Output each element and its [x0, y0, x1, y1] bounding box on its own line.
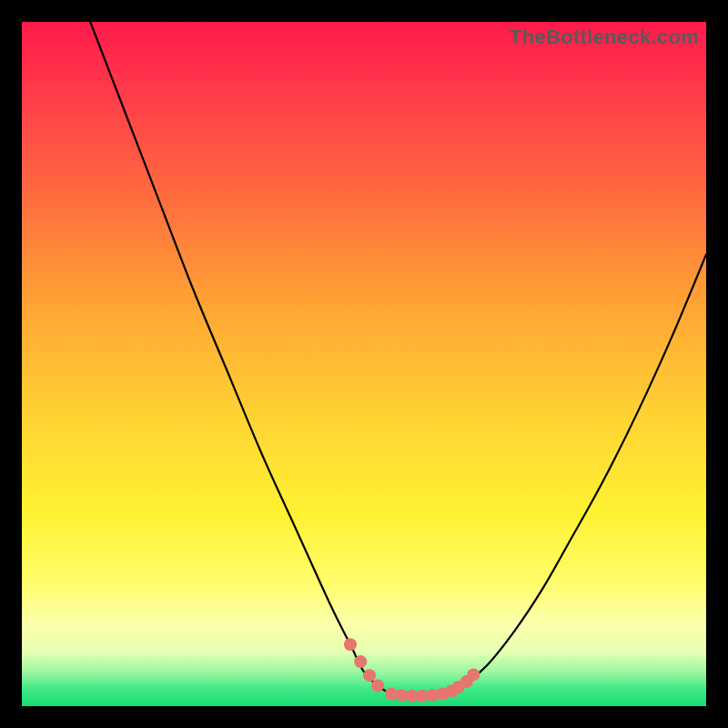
curve-right-arm — [450, 255, 706, 693]
valley-marker-dot — [363, 669, 376, 682]
valley-marker-dot — [371, 679, 384, 692]
valley-marker-dot — [354, 655, 367, 668]
valley-marker-dot — [344, 638, 357, 651]
curve-left-arm — [90, 22, 388, 693]
valley-marker-dot — [467, 668, 480, 681]
bottleneck-plot — [22, 22, 706, 706]
valley-markers — [344, 638, 480, 702]
chart-frame: TheBottleneck.com — [22, 22, 706, 706]
